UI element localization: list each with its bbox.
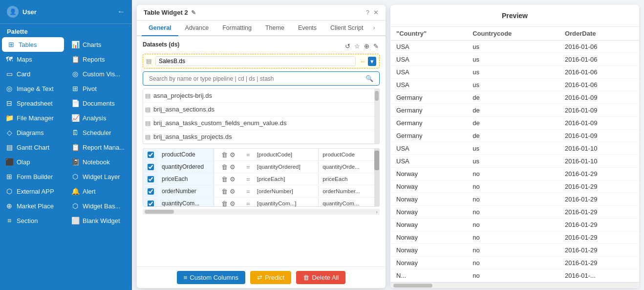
- star-icon[interactable]: ☆: [353, 42, 361, 51]
- sidebar-item-documents[interactable]: 📄 Documents: [66, 96, 132, 111]
- sidebar-item-label: Analysis: [83, 114, 106, 122]
- custom-columns-button[interactable]: ≡ Custom Columns: [177, 271, 245, 284]
- sidebar-item-notebook[interactable]: 📓 Notebook: [66, 155, 132, 169]
- search-wrap[interactable]: 🔍: [143, 71, 380, 86]
- ds-list[interactable]: ▤ asna_projects-brij.ds ▤ brij_asna_sect…: [143, 89, 374, 144]
- tab-more[interactable]: ›: [370, 21, 378, 36]
- add-icon[interactable]: ⊕: [363, 42, 370, 51]
- sidebar-item-gantt[interactable]: ▤ Gantt Chart: [0, 140, 66, 155]
- col-check[interactable]: [143, 198, 158, 207]
- ds-list-item[interactable]: ▤ brij_asna_tasks_custom_fields_enum_val…: [143, 116, 374, 130]
- sidebar-item-tables[interactable]: ⊞ Tables: [2, 37, 64, 52]
- tab-formatting[interactable]: Formatting: [215, 21, 258, 36]
- sidebar-item-card[interactable]: ▭ Card: [0, 67, 66, 81]
- sidebar-item-report-manager[interactable]: 📋 Report Mana...: [66, 140, 132, 155]
- ds-list-item[interactable]: ▤ brij_asna_tasks_projects.ds: [143, 130, 374, 144]
- action-buttons: ≡ Custom Columns ⇄ Predict 🗑 Delete All: [137, 267, 386, 288]
- scroll-right-icon[interactable]: ›: [376, 209, 378, 215]
- report-manager-icon: 📋: [71, 143, 80, 151]
- delete-col-icon[interactable]: 🗑: [221, 200, 228, 207]
- col-check[interactable]: [143, 149, 158, 160]
- sidebar-item-image-text[interactable]: ◎ Image & Text: [0, 81, 66, 96]
- widget-layer-icon: ⬡: [71, 173, 80, 180]
- sidebar-item-pivot[interactable]: ⊞ Pivot: [66, 81, 132, 96]
- refresh-icon[interactable]: ↺: [344, 42, 351, 51]
- sidebar-item-external-app[interactable]: ⬡ External APP: [0, 184, 66, 199]
- settings-col-icon[interactable]: ⚙: [230, 163, 236, 171]
- sidebar-item-diagrams[interactable]: ◇ Diagrams: [0, 125, 66, 140]
- ds-dropdown[interactable]: ▾: [368, 57, 376, 66]
- col-checkbox[interactable]: [148, 152, 154, 158]
- col-check[interactable]: [143, 186, 158, 197]
- sidebar-item-olap[interactable]: ⬛ Olap: [0, 155, 66, 169]
- col-check[interactable]: [143, 161, 158, 173]
- sidebar-item-file-manager[interactable]: 📁 File Manager: [0, 111, 66, 125]
- col-checkbox[interactable]: [148, 201, 154, 207]
- preview-cell: no: [467, 168, 559, 180]
- sidebar-item-reports[interactable]: 📋 Reports: [66, 52, 132, 67]
- preview-cell: Norway: [390, 206, 467, 219]
- sidebar-item-analysis[interactable]: 📈 Analysis: [66, 111, 132, 125]
- edit-icon[interactable]: ✎: [372, 42, 380, 51]
- tab-general[interactable]: General: [142, 21, 178, 36]
- dialog-close-icon[interactable]: ✕: [373, 9, 379, 16]
- sidebar-item-maps[interactable]: 🗺 Maps: [0, 52, 66, 67]
- sidebar-item-section[interactable]: ≡ Section: [0, 213, 66, 228]
- datasets-icons: ↺ ☆ ⊕ ✎: [344, 42, 380, 51]
- sidebar-item-charts[interactable]: 📊 Charts: [66, 37, 132, 52]
- preview-cell: Norway: [390, 180, 467, 193]
- col-checkbox[interactable]: [148, 188, 154, 195]
- delete-col-icon[interactable]: 🗑: [221, 188, 228, 195]
- columns-hscrollbar[interactable]: ›: [143, 209, 380, 215]
- sidebar-item-custom-vis[interactable]: ◎ Custom Vis...: [66, 67, 132, 81]
- col-scrollbar[interactable]: [374, 149, 379, 206]
- preview-hscrollbar[interactable]: [390, 282, 639, 288]
- delete-all-button[interactable]: 🗑 Delete All: [296, 271, 345, 284]
- sidebar-item-alert[interactable]: 🔔 Alert: [66, 184, 132, 199]
- preview-cell: Norway: [390, 168, 467, 180]
- dialog-help-icon[interactable]: ?: [366, 9, 369, 16]
- delete-col-icon[interactable]: 🗑: [221, 163, 228, 171]
- image-text-icon: ◎: [5, 85, 14, 92]
- preview-table[interactable]: "Country" Countrycode OrderDate USAus201…: [390, 27, 639, 282]
- custom-vis-icon: ◎: [71, 70, 80, 78]
- sidebar-item-form-builder[interactable]: ⊞ Form Builder: [0, 169, 66, 184]
- sidebar-item-widget-layer[interactable]: ⬡ Widget Layer: [66, 169, 132, 184]
- delete-col-icon[interactable]: 🗑: [221, 176, 228, 183]
- custom-columns-label: Custom Columns: [190, 274, 238, 281]
- settings-col-icon[interactable]: ⚙: [230, 176, 236, 183]
- col-alias: priceEach: [319, 174, 374, 184]
- tab-events[interactable]: Events: [291, 21, 323, 36]
- col-checkbox[interactable]: [148, 164, 154, 170]
- predict-button[interactable]: ⇄ Predict: [250, 271, 291, 284]
- sidebar-content: ⊞ Tables 🗺 Maps ▭ Card ◎ Image & Text ⊟ …: [0, 37, 132, 290]
- col-row: orderNumber 🗑 ⚙ = [orderNumber] orderNum…: [143, 185, 374, 198]
- sidebar-item-scheduler[interactable]: 🗓 Scheduler: [66, 125, 132, 140]
- ds-list-container: ▤ asna_projects-brij.ds ▤ brij_asna_sect…: [143, 89, 380, 144]
- sidebar-item-market-place[interactable]: ⊕ Market Place: [0, 199, 66, 213]
- tab-theme[interactable]: Theme: [258, 21, 291, 36]
- sidebar-item-widget-base[interactable]: ⬡ Widget Bas...: [66, 199, 132, 213]
- preview-cell: 2016-01-06: [559, 66, 639, 79]
- col-scrollbar-thumb: [374, 151, 379, 170]
- col-checkbox[interactable]: [148, 176, 154, 182]
- settings-col-icon[interactable]: ⚙: [230, 188, 236, 195]
- preview-cell: de: [467, 104, 559, 117]
- settings-col-icon[interactable]: ⚙: [230, 200, 236, 207]
- sidebar-item-spreadsheet[interactable]: ⊟ Spreadsheet: [0, 96, 66, 111]
- col-eq: =: [243, 163, 253, 171]
- back-icon[interactable]: ←: [117, 7, 125, 16]
- tab-advance[interactable]: Advance: [178, 21, 216, 36]
- ds-list-item[interactable]: ▤ brij_asna_sections.ds: [143, 103, 374, 116]
- ds-scrollbar[interactable]: [374, 89, 379, 144]
- dialog-edit-icon[interactable]: ✎: [191, 9, 196, 16]
- search-icon: 🔍: [365, 75, 373, 82]
- tab-client-script[interactable]: Client Script: [323, 21, 370, 36]
- ds-list-item[interactable]: ▤ asna_projects-brij.ds: [143, 89, 374, 103]
- col-check[interactable]: [143, 174, 158, 185]
- search-input[interactable]: [149, 75, 365, 82]
- delete-col-icon[interactable]: 🗑: [221, 151, 228, 158]
- preview-cell: 2016-01-06: [559, 41, 639, 53]
- settings-col-icon[interactable]: ⚙: [230, 151, 236, 158]
- sidebar-item-blank-widget[interactable]: ⬜ Blank Widget: [66, 213, 132, 228]
